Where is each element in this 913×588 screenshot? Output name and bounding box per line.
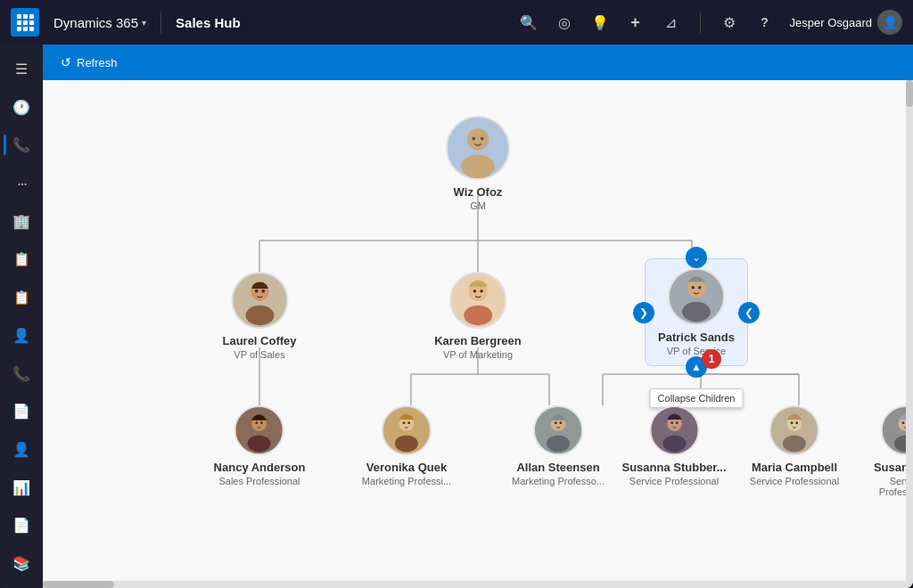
- svg-point-20: [472, 137, 475, 141]
- app-name-button[interactable]: Dynamics 365 ▾: [46, 15, 153, 30]
- sidebar-item-hamburger[interactable]: ☰: [4, 52, 39, 86]
- node-allan-name: Allan Steensen: [516, 461, 599, 474]
- node-susanna-title: Service Professional: [629, 476, 719, 486]
- search-icon[interactable]: 🔍: [518, 12, 539, 33]
- sidebar-item-documents[interactable]: 📄: [4, 394, 39, 429]
- sidebar-item-calls[interactable]: 📞: [4, 356, 39, 391]
- icon-separator: [700, 12, 701, 33]
- refresh-button[interactable]: ↺ Refresh: [53, 52, 125, 73]
- filter-icon[interactable]: ⊿: [661, 12, 682, 33]
- scrollbar-h-thumb[interactable]: [43, 581, 114, 588]
- node-nancy-title: Sales Professional: [218, 476, 300, 486]
- svg-point-44: [395, 436, 418, 453]
- svg-point-29: [464, 306, 492, 326]
- nav-left-arrow[interactable]: ❯: [633, 302, 654, 323]
- hub-name-label: Sales Hub: [169, 15, 248, 30]
- content-panel: ↺ Refresh: [43, 45, 913, 588]
- nav-separator: [160, 12, 161, 33]
- node-veronika-title: Marketing Professi...: [362, 476, 451, 486]
- sidebar-item-more[interactable]: ···: [4, 166, 39, 200]
- svg-point-65: [902, 421, 905, 424]
- node-maria-title: Service Professional: [750, 476, 839, 486]
- sidebar-item-profile[interactable]: 👤: [4, 432, 39, 467]
- top-nav: Dynamics 365 ▾ Sales Hub 🔍 ◎ 💡 + ⊿ ⚙ ? J…: [0, 0, 913, 45]
- refresh-icon: ↺: [61, 55, 71, 69]
- app-frame: Dynamics 365 ▾ Sales Hub 🔍 ◎ 💡 + ⊿ ⚙ ? J…: [0, 0, 913, 588]
- user-name: Jesper Osgaard: [790, 16, 873, 29]
- node-karen-title: VP of Marketing: [443, 349, 513, 360]
- node-susanna-stubber[interactable]: Susanna Stubber... Service Professional: [621, 405, 726, 486]
- node-laurel-title: VP of Sales: [234, 349, 284, 360]
- node-maria-name: Maria Campbell: [752, 461, 837, 474]
- sidebar-item-recent[interactable]: 🕐: [4, 90, 39, 125]
- scrollbar-vertical[interactable]: [906, 80, 913, 588]
- svg-point-18: [467, 128, 489, 151]
- svg-point-21: [481, 137, 484, 141]
- svg-point-49: [547, 436, 570, 453]
- nav-up-arrow[interactable]: ⌄: [686, 247, 707, 268]
- sidebar-item-people[interactable]: 👤: [4, 318, 39, 353]
- scrollbar-v-thumb[interactable]: [906, 80, 913, 107]
- node-laurel-name: Laurel Coffey: [222, 334, 296, 347]
- node-patrick-sands[interactable]: ❯ ❮ ⌄: [645, 258, 748, 366]
- svg-point-30: [473, 290, 476, 292]
- node-nancy-name: Nancy Anderson: [214, 461, 306, 474]
- node-nancy-anderson[interactable]: Nancy Anderson Sales Professional: [214, 405, 306, 486]
- node-patrick-name: Patrick Sands: [658, 331, 735, 344]
- node-wiz-title: GM: [470, 200, 486, 211]
- svg-point-54: [662, 436, 686, 453]
- svg-point-61: [795, 421, 798, 424]
- node-laurel-coffey[interactable]: Laurel Coffey VP of Sales: [222, 272, 296, 360]
- svg-point-31: [480, 290, 482, 292]
- user-area[interactable]: Jesper Osgaard 👤: [790, 10, 903, 35]
- node-wiz-ofoz[interactable]: Wiz Ofoz GM: [446, 116, 510, 211]
- svg-point-25: [254, 290, 258, 293]
- svg-point-46: [407, 421, 410, 424]
- collapse-children-button[interactable]: ▲ 1: [686, 356, 707, 378]
- refresh-label: Refresh: [77, 56, 118, 69]
- svg-point-24: [245, 306, 274, 326]
- gear-icon[interactable]: ⚙: [719, 12, 740, 33]
- sidebar-item-activities[interactable]: 📞: [4, 127, 39, 162]
- help-icon[interactable]: ?: [754, 12, 776, 33]
- top-nav-icons: 🔍 ◎ 💡 + ⊿ ⚙ ?: [518, 12, 776, 33]
- scrollbar-horizontal[interactable]: [43, 581, 913, 588]
- sidebar-item-contracts[interactable]: 📄: [4, 509, 39, 543]
- node-karen-bergreen[interactable]: Karen Bergreen VP of Marketing: [434, 272, 522, 360]
- svg-point-26: [261, 290, 265, 293]
- svg-point-34: [682, 302, 711, 323]
- svg-point-59: [783, 436, 806, 453]
- svg-point-41: [260, 421, 263, 424]
- plus-icon[interactable]: +: [625, 12, 646, 33]
- sidebar: ☰ 🕐 📞 ··· 🏢 📋 📋 👤 📞 📄 👤 📊 📄 📚: [0, 45, 43, 588]
- app-name-label: Dynamics 365: [53, 15, 138, 30]
- svg-point-56: [675, 421, 678, 424]
- waffle-button[interactable]: [11, 8, 39, 37]
- svg-point-33: [687, 279, 706, 298]
- svg-point-50: [555, 421, 557, 424]
- org-chart-container: Wiz Ofoz GM: [61, 98, 895, 561]
- notification-badge: 1: [702, 349, 721, 369]
- node-allan-steensen[interactable]: Allan Steensen Marketing Professo...: [512, 405, 605, 486]
- org-chart-area[interactable]: Wiz Ofoz GM: [43, 80, 913, 588]
- node-karen-name: Karen Bergreen: [434, 334, 522, 347]
- sidebar-item-library[interactable]: 📚: [4, 546, 39, 581]
- node-allan-title: Marketing Professo...: [512, 476, 605, 486]
- node-veronika-name: Veronika Quek: [366, 461, 447, 474]
- sidebar-item-contacts[interactable]: 📋: [4, 280, 39, 314]
- svg-point-39: [248, 436, 271, 453]
- sidebar-item-accounts[interactable]: 🏢: [4, 204, 39, 239]
- bulb-icon[interactable]: 💡: [589, 12, 611, 33]
- nav-right-arrow[interactable]: ❮: [738, 302, 760, 323]
- target-icon[interactable]: ◎: [554, 12, 575, 33]
- node-wiz-name: Wiz Ofoz: [454, 185, 503, 199]
- collapse-button-area: ▲ 1: [686, 356, 707, 378]
- node-maria-campbell[interactable]: Maria Campbell Service Professional: [750, 405, 839, 486]
- svg-point-55: [670, 421, 673, 424]
- sidebar-item-tasks[interactable]: 📋: [4, 242, 39, 277]
- svg-point-51: [559, 421, 562, 424]
- sidebar-item-reports[interactable]: 📊: [4, 470, 39, 505]
- node-susanna-name: Susanna Stubber...: [621, 461, 726, 474]
- svg-point-35: [692, 286, 695, 289]
- node-veronika-quek[interactable]: Veronika Quek Marketing Professi...: [362, 405, 451, 486]
